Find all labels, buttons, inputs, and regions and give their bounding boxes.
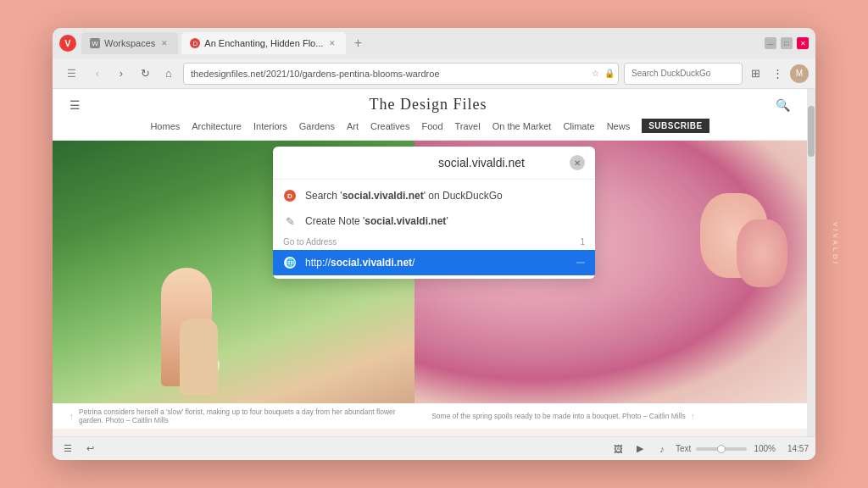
duckduckgo-icon: [283, 189, 297, 202]
omnibox-section-badge: 1: [580, 237, 585, 247]
flower-petal-2: [737, 219, 787, 287]
figure-body: [180, 319, 218, 395]
nav-climate[interactable]: Climate: [563, 121, 594, 131]
omnibox-input-row: social.vivaldi.net ✕: [273, 147, 595, 180]
sidebar-toggle[interactable]: ☰: [59, 58, 83, 88]
bottom-video-btn[interactable]: ▶: [632, 441, 648, 458]
bookmark-icon[interactable]: ☆: [589, 68, 601, 80]
vivaldi-watermark: VIVALDI: [832, 222, 840, 266]
nav-travel[interactable]: Travel: [455, 121, 481, 131]
time-display: 14:57: [787, 444, 809, 453]
omnibox-url-suggestion[interactable]: 🌐 http://social.vivaldi.net/: [273, 250, 595, 275]
maximize-button[interactable]: □: [781, 37, 793, 49]
bottom-bar: ☰ ↩ 🖼 ▶ ♪ Text 100% 14:57: [53, 436, 815, 460]
nav-food[interactable]: Food: [421, 121, 442, 131]
omnibox-note-bold: social.vivaldi.net: [364, 215, 446, 227]
globe-glyph: 🌐: [284, 257, 296, 269]
search-field[interactable]: [624, 63, 743, 85]
back-button[interactable]: ‹: [88, 64, 107, 83]
omnibox-url-badge: [576, 262, 585, 263]
tab-label-active: An Enchanting, Hidden Flo...: [204, 38, 323, 48]
site-header: ☰ The Design Files 🔍 Homes Architecture …: [53, 89, 807, 141]
close-button[interactable]: ✕: [797, 37, 809, 49]
site-title: The Design Files: [81, 96, 776, 114]
caption-text-left: Petrina considers herself a 'slow' flori…: [79, 408, 398, 424]
address-text: thedesignfiles.net/2021/10/gardens-penti…: [191, 69, 440, 79]
omnibox-input-display: social.vivaldi.net: [438, 156, 563, 169]
zoom-thumb[interactable]: [717, 445, 726, 453]
profile-avatar[interactable]: M: [790, 64, 809, 83]
omnibox-section-text: Go to Address: [283, 237, 337, 247]
omnibox-input[interactable]: [283, 156, 431, 169]
nav-subscribe[interactable]: SUBSCRIBE: [642, 119, 709, 133]
tab-close-active[interactable]: ✕: [327, 38, 337, 48]
globe-icon: 🌐: [283, 256, 297, 269]
site-search-icon[interactable]: 🔍: [776, 98, 790, 112]
vivaldi-logo: [59, 35, 76, 52]
forward-button[interactable]: ›: [112, 64, 131, 83]
site-nav-top: ☰ The Design Files 🔍: [70, 96, 790, 114]
omnibox-url-text: http://social.vivaldi.net/: [305, 257, 568, 269]
nav-art[interactable]: Art: [347, 121, 359, 131]
toolbar: ☰ ‹ › ↻ ⌂ thedesignfiles.net/2021/10/gar…: [53, 58, 815, 89]
content-area: ☰ The Design Files 🔍 Homes Architecture …: [53, 89, 815, 436]
nav-creatives[interactable]: Creatives: [370, 121, 409, 131]
tab-favicon-workspaces: W: [90, 38, 100, 48]
omnibox-url-bold: social.vivaldi.net: [331, 257, 412, 269]
site-nav: Homes Architecture Interiors Gardens Art…: [70, 119, 790, 133]
tab-active[interactable]: D An Enchanting, Hidden Flo... ✕: [181, 32, 346, 54]
home-button[interactable]: ⌂: [159, 64, 178, 83]
title-bar: W Workspaces ✕ D An Enchanting, Hidden F…: [53, 28, 815, 58]
omnibox-search-bold: social.vivaldi.net: [342, 190, 424, 202]
omnibox-note-suggestion[interactable]: ✎ Create Note 'social.vivaldi.net': [273, 208, 595, 234]
caption-arrow-right: ↑: [691, 412, 695, 421]
zoom-text-label: Text: [676, 444, 691, 453]
tab-label-workspaces: Workspaces: [104, 38, 155, 48]
caption-arrow-left: ↑: [70, 412, 74, 421]
bottom-audio-btn[interactable]: ♪: [654, 441, 670, 458]
omnibox-search-suggestion[interactable]: Search 'social.vivaldi.net' on DuckDuckG…: [273, 183, 595, 208]
zoom-control: 100%: [696, 444, 776, 453]
tab-favicon-active: D: [190, 38, 200, 48]
browser-window: W Workspaces ✕ D An Enchanting, Hidden F…: [53, 28, 815, 460]
omnibox-section-label: Go to Address 1: [273, 234, 595, 250]
nav-architecture[interactable]: Architecture: [192, 121, 242, 131]
bottom-image-btn[interactable]: 🖼: [609, 441, 626, 458]
hamburger-menu[interactable]: ☰: [70, 98, 81, 112]
menu-button[interactable]: ⋮: [768, 64, 787, 83]
nav-on-the-market[interactable]: On the Market: [492, 121, 552, 131]
window-controls: — □ ✕: [765, 37, 809, 49]
caption-text-right: Some of the spring spoils ready to be ma…: [431, 412, 686, 420]
caption-left: ↑ Petrina considers herself a 'slow' flo…: [53, 403, 415, 429]
new-tab-button[interactable]: +: [349, 35, 366, 52]
address-bar-icons: ☆ 🔒: [589, 68, 615, 80]
zoom-slider[interactable]: [696, 447, 747, 451]
extensions-button[interactable]: ⊞: [746, 64, 765, 83]
bottom-sidebar-toggle[interactable]: ☰: [59, 441, 76, 458]
scrollbar-track[interactable]: [807, 89, 815, 436]
omnibox-clear-button[interactable]: ✕: [570, 155, 585, 170]
tab-workspaces[interactable]: W Workspaces ✕: [81, 32, 178, 54]
nav-homes[interactable]: Homes: [150, 121, 180, 131]
caption-row: ↑ Petrina considers herself a 'slow' flo…: [53, 403, 807, 429]
shield-icon: 🔒: [604, 68, 615, 80]
minimize-button[interactable]: —: [765, 37, 776, 49]
scrollbar-thumb[interactable]: [808, 106, 815, 157]
nav-news[interactable]: News: [607, 121, 631, 131]
address-bar[interactable]: thedesignfiles.net/2021/10/gardens-penti…: [183, 63, 619, 85]
address-bar-wrapper: thedesignfiles.net/2021/10/gardens-penti…: [183, 63, 619, 85]
bottom-back-btn[interactable]: ↩: [81, 441, 98, 458]
note-glyph: ✎: [286, 215, 295, 228]
omnibox-suggestions: Search 'social.vivaldi.net' on DuckDuckG…: [273, 180, 595, 279]
reload-button[interactable]: ↻: [136, 64, 154, 83]
tab-close-workspaces[interactable]: ✕: [159, 38, 170, 48]
ddg-logo: [284, 190, 296, 202]
toolbar-right: ⊞ ⋮ M: [624, 63, 809, 85]
caption-right: Some of the spring spoils ready to be ma…: [415, 403, 807, 429]
nav-gardens[interactable]: Gardens: [299, 121, 335, 131]
omnibox-note-text: Create Note 'social.vivaldi.net': [305, 215, 585, 227]
note-icon: ✎: [283, 214, 297, 228]
omnibox-dropdown: social.vivaldi.net ✕ Search 'social.viva…: [273, 147, 595, 279]
nav-interiors[interactable]: Interiors: [253, 121, 287, 131]
tab-bar: W Workspaces ✕ D An Enchanting, Hidden F…: [81, 32, 760, 54]
